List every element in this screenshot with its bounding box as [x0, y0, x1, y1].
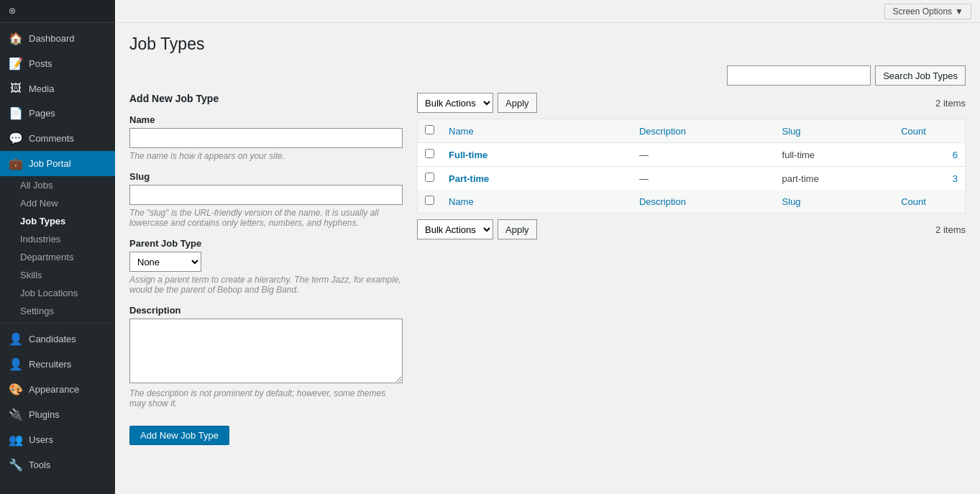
tf-count[interactable]: Count — [894, 190, 965, 214]
sidebar-item-label: Media — [29, 83, 54, 94]
th-count-label: Count — [901, 126, 926, 137]
appearance-label: Appearance — [29, 384, 79, 395]
appearance-icon: 🎨 — [9, 383, 23, 396]
slug-input[interactable] — [129, 185, 403, 205]
search-area: Search Job Types — [129, 65, 966, 86]
media-icon: 🖼 — [9, 82, 23, 95]
row-name-link[interactable]: Full-time — [449, 150, 487, 160]
screen-options-label: Screen Options — [892, 6, 952, 17]
th-description[interactable]: Description — [632, 119, 775, 143]
row-description-cell: — — [632, 167, 775, 191]
skills-label: Skills — [20, 270, 42, 280]
sidebar-sub-settings[interactable]: Settings — [0, 302, 115, 320]
th-slug-label: Slug — [782, 126, 801, 137]
th-name[interactable]: Name — [441, 119, 632, 143]
bulk-apply-button-top[interactable]: Apply — [498, 93, 537, 113]
sidebar-item-candidates[interactable]: 👤 Candidates — [0, 326, 115, 352]
select-all-checkbox-footer[interactable] — [425, 196, 434, 205]
row-slug-cell: full-time — [775, 143, 894, 167]
parent-label: Parent Job Type — [129, 238, 403, 249]
sidebar-item-users[interactable]: 👥 Users — [0, 427, 115, 452]
sidebar-sub-skills[interactable]: Skills — [0, 266, 115, 284]
industries-label: Industries — [20, 234, 60, 244]
sidebar-sub-job-types[interactable]: Job Types — [0, 212, 115, 230]
tf-checkbox — [418, 190, 442, 214]
users-icon: 👥 — [9, 433, 23, 447]
tf-name[interactable]: Name — [441, 190, 632, 214]
bulk-apply-button-bottom[interactable]: Apply — [498, 219, 537, 239]
job-types-label: Job Types — [20, 216, 65, 227]
sidebar-item-label: Dashboard — [29, 33, 75, 44]
sidebar-item-recruiters[interactable]: 👤 Recruiters — [0, 352, 115, 377]
parent-select[interactable]: None — [129, 252, 201, 272]
sidebar-item-posts[interactable]: 📝 Posts — [0, 51, 115, 76]
recruiters-icon: 👤 — [9, 357, 23, 371]
th-slug[interactable]: Slug — [775, 119, 894, 143]
th-name-label: Name — [449, 126, 474, 137]
slug-group: Slug The "slug" is the URL-friendly vers… — [129, 171, 403, 228]
wp-logo-icon: ⊛ — [9, 6, 16, 16]
table-row: Full-time — full-time 6 — [418, 143, 966, 167]
tf-slug-label: Slug — [782, 196, 801, 207]
row-checkbox[interactable] — [425, 173, 434, 182]
sidebar-item-comments[interactable]: 💬 Comments — [0, 126, 115, 151]
sidebar-bottom-nav: 👤 Candidates 👤 Recruiters 🎨 Appearance 🔌… — [0, 323, 115, 480]
sidebar-sub-job-locations[interactable]: Job Locations — [0, 284, 115, 302]
bulk-bar-bottom: Bulk Actions Apply 2 items — [417, 219, 966, 239]
main-area: Screen Options ▼ Job Types Search Job Ty… — [115, 0, 980, 494]
row-count-link[interactable]: 3 — [953, 173, 958, 184]
select-all-checkbox[interactable] — [425, 125, 434, 134]
users-label: Users — [29, 434, 53, 445]
items-count-top: 2 items — [935, 98, 966, 109]
sidebar-item-plugins[interactable]: 🔌 Plugins — [0, 402, 115, 427]
description-textarea[interactable] — [129, 319, 403, 383]
departments-label: Departments — [20, 252, 73, 262]
tools-icon: 🔧 — [9, 458, 23, 472]
add-new-label: Add New — [20, 198, 58, 209]
slug-hint: The "slug" is the URL-friendly version o… — [129, 208, 403, 228]
row-count-link[interactable]: 6 — [953, 150, 958, 160]
sidebar-sub-industries[interactable]: Industries — [0, 230, 115, 248]
name-input[interactable] — [129, 128, 403, 148]
sidebar-item-media[interactable]: 🖼 Media — [0, 76, 115, 101]
description-hint: The description is not prominent by defa… — [129, 388, 403, 408]
bulk-actions-select-top[interactable]: Bulk Actions — [417, 93, 493, 113]
parent-hint: Assign a parent term to create a hierarc… — [129, 275, 403, 295]
row-name-link[interactable]: Part-time — [449, 173, 489, 184]
sidebar-item-pages[interactable]: 📄 Pages — [0, 101, 115, 126]
sidebar-item-tools[interactable]: 🔧 Tools — [0, 452, 115, 477]
add-new-form-panel: Add New Job Type Name The name is how it… — [129, 93, 403, 445]
row-checkbox[interactable] — [425, 149, 434, 158]
sidebar-item-dashboard[interactable]: 🏠 Dashboard — [0, 26, 115, 51]
add-new-job-type-button[interactable]: Add New Job Type — [129, 426, 229, 445]
job-types-table: Name Description Slug Count — [417, 119, 966, 214]
bulk-left-top: Bulk Actions Apply — [417, 93, 537, 113]
bulk-bar-top: Bulk Actions Apply 2 items — [417, 93, 966, 113]
sidebar-sub-all-jobs[interactable]: All Jobs — [0, 176, 115, 194]
th-desc-label: Description — [639, 126, 686, 137]
sidebar-sub-departments[interactable]: Departments — [0, 248, 115, 266]
row-checkbox-cell — [418, 167, 442, 191]
bulk-actions-select-bottom[interactable]: Bulk Actions — [417, 219, 493, 239]
search-input[interactable] — [727, 65, 871, 86]
sidebar-item-appearance[interactable]: 🎨 Appearance — [0, 377, 115, 402]
row-count-cell: 3 — [894, 167, 965, 191]
description-group: Description The description is not promi… — [129, 305, 403, 408]
sidebar-main-nav: 🏠 Dashboard 📝 Posts 🖼 Media 📄 Pages 💬 Co… — [0, 22, 115, 323]
search-button[interactable]: Search Job Types — [875, 65, 966, 86]
sidebar-item-label: Comments — [29, 133, 74, 144]
candidates-icon: 👤 — [9, 332, 23, 346]
table-header-row: Name Description Slug Count — [418, 119, 966, 143]
th-count[interactable]: Count — [894, 119, 965, 143]
screen-options-button[interactable]: Screen Options ▼ — [884, 4, 971, 19]
settings-label: Settings — [20, 306, 54, 316]
tf-description[interactable]: Description — [632, 190, 775, 214]
sidebar-sub-add-new[interactable]: Add New — [0, 194, 115, 212]
tf-slug[interactable]: Slug — [775, 190, 894, 214]
table-row: Part-time — part-time 3 — [418, 167, 966, 191]
table-body: Full-time — full-time 6 Part-time — part… — [418, 143, 966, 191]
tf-count-label: Count — [901, 196, 926, 207]
page-content: Job Types Search Job Types Add New Job T… — [115, 23, 980, 494]
row-checkbox-cell — [418, 143, 442, 167]
sidebar-item-job-portal[interactable]: 💼 Job Portal — [0, 151, 115, 176]
